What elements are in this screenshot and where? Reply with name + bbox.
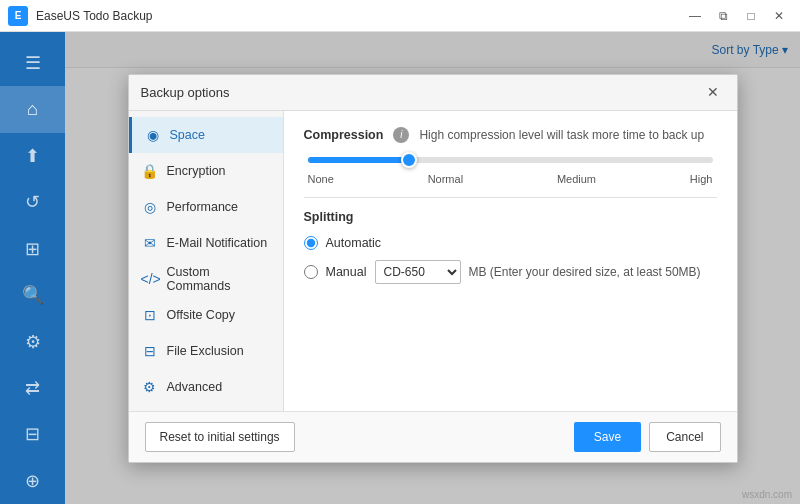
close-button[interactable]: ✕: [766, 5, 792, 27]
code-icon: </>: [141, 271, 159, 287]
explore-icon: 🔍: [22, 284, 44, 306]
automatic-radio[interactable]: [304, 236, 318, 250]
dialog-title-bar: Backup options ✕: [129, 75, 737, 111]
nav-item-space-label: Space: [170, 128, 205, 142]
slider-labels: None Normal Medium High: [308, 173, 713, 185]
slider-label-normal: Normal: [428, 173, 463, 185]
sidebar-item-tools[interactable]: ⚙: [0, 318, 65, 364]
divider: [304, 197, 717, 198]
nav-item-encryption[interactable]: 🔒 Encryption: [129, 153, 283, 189]
info-icon: i: [393, 127, 409, 143]
slider-fill: [308, 157, 409, 163]
transfer-icon: ⇄: [25, 377, 40, 399]
nav-item-advanced-label: Advanced: [167, 380, 223, 394]
window-controls: — ⧉ □ ✕: [682, 5, 792, 27]
apps-icon: ⊟: [25, 423, 40, 445]
slider-thumb[interactable]: [401, 152, 417, 168]
menu-icon: ☰: [25, 52, 41, 74]
watermark: wsxdn.com: [742, 489, 792, 500]
compression-header: Compression i High compression level wil…: [304, 127, 717, 143]
sidebar-item-transfer[interactable]: ⇄: [0, 365, 65, 411]
automatic-label: Automatic: [326, 236, 382, 250]
maximize-button[interactable]: □: [738, 5, 764, 27]
content-area: Sort by Type ▾ Backup options ✕: [65, 32, 800, 504]
nav-item-offsite-label: Offsite Copy: [167, 308, 236, 322]
minimize-button[interactable]: —: [682, 5, 708, 27]
sidebar-item-clone[interactable]: ⊞: [0, 226, 65, 272]
more-icon: ⊕: [25, 470, 40, 492]
dialog-body: ◉ Space 🔒 Encryption ◎ Performance: [129, 111, 737, 411]
sidebar-item-restore[interactable]: ↺: [0, 179, 65, 225]
nav-item-space[interactable]: ◉ Space: [129, 117, 283, 153]
nav-item-performance-label: Performance: [167, 200, 239, 214]
reset-button[interactable]: Reset to initial settings: [145, 422, 295, 452]
app-body: ☰ ⌂ ⬆ ↺ ⊞ 🔍 ⚙ ⇄ ⊟: [0, 32, 800, 504]
sidebar-item-apps[interactable]: ⊟: [0, 411, 65, 457]
sidebar-item-home[interactable]: ⌂: [0, 86, 65, 132]
lock-icon: 🔒: [141, 163, 159, 179]
splitting-label: Splitting: [304, 210, 717, 224]
space-content-panel: Compression i High compression level wil…: [284, 111, 737, 411]
manual-row: Manual CD-650 DVD-4.7G DVD-8.5G 1GB 2GB …: [304, 260, 717, 284]
sidebar-item-more[interactable]: ⊕: [0, 458, 65, 504]
title-bar: E EaseUS Todo Backup — ⧉ □ ✕: [0, 0, 800, 32]
app-icon: E: [8, 6, 28, 26]
app-title: EaseUS Todo Backup: [36, 9, 682, 23]
footer-buttons: Save Cancel: [574, 422, 721, 452]
backup-options-dialog: Backup options ✕ ◉ Space 🔒: [128, 74, 738, 463]
save-button[interactable]: Save: [574, 422, 641, 452]
slider-track[interactable]: [308, 157, 713, 163]
manual-radio[interactable]: [304, 265, 318, 279]
manual-hint: MB (Enter your desired size, at least 50…: [469, 265, 701, 279]
nav-item-offsite[interactable]: ⊡ Offsite Copy: [129, 297, 283, 333]
automatic-row: Automatic: [304, 236, 717, 250]
nav-item-advanced[interactable]: ⚙ Advanced: [129, 369, 283, 405]
space-icon: ◉: [144, 127, 162, 143]
app-window: E EaseUS Todo Backup — ⧉ □ ✕ ☰ ⌂ ⬆ ↺: [0, 0, 800, 504]
backup-icon: ⬆: [25, 145, 40, 167]
slider-label-medium: Medium: [557, 173, 596, 185]
sidebar-item-menu[interactable]: ☰: [0, 40, 65, 86]
dialog-close-button[interactable]: ✕: [701, 80, 725, 104]
modal-overlay: Backup options ✕ ◉ Space 🔒: [65, 32, 800, 504]
dialog-footer: Reset to initial settings Save Cancel: [129, 411, 737, 462]
slider-label-none: None: [308, 173, 334, 185]
advanced-icon: ⚙: [141, 379, 159, 395]
sidebar-item-backup[interactable]: ⬆: [0, 133, 65, 179]
cancel-button[interactable]: Cancel: [649, 422, 720, 452]
sidebar-item-explore[interactable]: 🔍: [0, 272, 65, 318]
email-icon: ✉: [141, 235, 159, 251]
nav-item-performance[interactable]: ◎ Performance: [129, 189, 283, 225]
nav-item-email[interactable]: ✉ E-Mail Notification: [129, 225, 283, 261]
home-icon: ⌂: [27, 99, 38, 120]
compression-hint: High compression level will task more ti…: [419, 128, 704, 142]
clone-icon: ⊞: [25, 238, 40, 260]
performance-icon: ◎: [141, 199, 159, 215]
tools-icon: ⚙: [25, 331, 41, 353]
compression-slider-container: None Normal Medium High: [304, 157, 717, 185]
nav-item-custom-commands[interactable]: </> Custom Commands: [129, 261, 283, 297]
nav-item-custom-label: Custom Commands: [167, 265, 271, 293]
nav-item-encryption-label: Encryption: [167, 164, 226, 178]
offsite-icon: ⊡: [141, 307, 159, 323]
sidebar: ☰ ⌂ ⬆ ↺ ⊞ 🔍 ⚙ ⇄ ⊟: [0, 32, 65, 504]
slider-label-high: High: [690, 173, 713, 185]
dialog-title: Backup options: [141, 85, 701, 100]
nav-item-exclusion-label: File Exclusion: [167, 344, 244, 358]
manual-label: Manual: [326, 265, 367, 279]
nav-panel: ◉ Space 🔒 Encryption ◎ Performance: [129, 111, 284, 411]
restore-button[interactable]: ⧉: [710, 5, 736, 27]
compression-label: Compression: [304, 128, 384, 142]
split-size-select[interactable]: CD-650 DVD-4.7G DVD-8.5G 1GB 2GB: [375, 260, 461, 284]
nav-item-email-label: E-Mail Notification: [167, 236, 268, 250]
exclusion-icon: ⊟: [141, 343, 159, 359]
nav-item-file-exclusion[interactable]: ⊟ File Exclusion: [129, 333, 283, 369]
restore-icon: ↺: [25, 191, 40, 213]
